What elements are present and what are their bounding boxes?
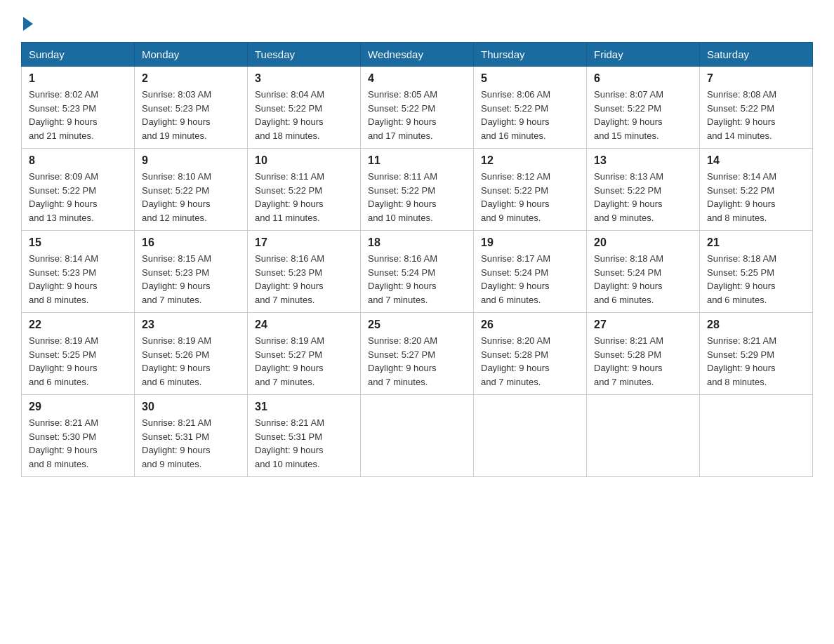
day-number: 6 [594,72,692,85]
calendar-cell: 26 Sunrise: 8:20 AM Sunset: 5:28 PM Dayl… [474,313,587,395]
calendar-cell: 15 Sunrise: 8:14 AM Sunset: 5:23 PM Dayl… [22,231,135,313]
day-number: 31 [255,401,353,413]
calendar-cell [361,395,474,477]
calendar-cell: 21 Sunrise: 8:18 AM Sunset: 5:25 PM Dayl… [700,231,813,313]
day-info: Sunrise: 8:05 AM Sunset: 5:22 PM Dayligh… [368,88,466,142]
calendar-cell [700,395,813,477]
day-number: 29 [29,401,127,413]
day-number: 22 [29,318,127,331]
day-info: Sunrise: 8:09 AM Sunset: 5:22 PM Dayligh… [29,170,127,224]
day-info: Sunrise: 8:12 AM Sunset: 5:22 PM Dayligh… [481,170,579,224]
day-number: 26 [481,318,579,331]
day-number: 28 [707,318,805,331]
calendar-cell: 3 Sunrise: 8:04 AM Sunset: 5:22 PM Dayli… [248,67,361,149]
day-number: 7 [707,72,805,85]
calendar-cell: 13 Sunrise: 8:13 AM Sunset: 5:22 PM Dayl… [587,149,700,231]
header-tuesday: Tuesday [248,43,361,67]
calendar-cell: 29 Sunrise: 8:21 AM Sunset: 5:30 PM Dayl… [22,395,135,477]
calendar-cell: 8 Sunrise: 8:09 AM Sunset: 5:22 PM Dayli… [22,149,135,231]
day-number: 12 [481,154,579,167]
day-info: Sunrise: 8:16 AM Sunset: 5:24 PM Dayligh… [368,252,466,307]
day-number: 30 [142,401,240,413]
day-number: 4 [368,72,466,85]
day-number: 27 [594,318,692,331]
week-row-1: 1 Sunrise: 8:02 AM Sunset: 5:23 PM Dayli… [22,67,813,149]
day-info: Sunrise: 8:11 AM Sunset: 5:22 PM Dayligh… [255,170,353,224]
day-number: 17 [255,236,353,249]
calendar-cell: 28 Sunrise: 8:21 AM Sunset: 5:29 PM Dayl… [700,313,813,395]
day-number: 2 [142,72,240,85]
day-number: 15 [29,236,127,249]
day-info: Sunrise: 8:21 AM Sunset: 5:28 PM Dayligh… [594,334,692,389]
header-sunday: Sunday [22,43,135,67]
day-number: 20 [594,236,692,249]
day-info: Sunrise: 8:17 AM Sunset: 5:24 PM Dayligh… [481,252,579,307]
day-number: 5 [481,72,579,85]
day-info: Sunrise: 8:11 AM Sunset: 5:22 PM Dayligh… [368,170,466,224]
week-row-4: 22 Sunrise: 8:19 AM Sunset: 5:25 PM Dayl… [22,313,813,395]
calendar-cell [587,395,700,477]
header-monday: Monday [135,43,248,67]
day-info: Sunrise: 8:14 AM Sunset: 5:22 PM Dayligh… [707,170,805,224]
calendar-cell: 2 Sunrise: 8:03 AM Sunset: 5:23 PM Dayli… [135,67,248,149]
day-number: 25 [368,318,466,331]
day-info: Sunrise: 8:08 AM Sunset: 5:22 PM Dayligh… [707,88,805,142]
day-info: Sunrise: 8:19 AM Sunset: 5:27 PM Dayligh… [255,334,353,389]
calendar-cell: 12 Sunrise: 8:12 AM Sunset: 5:22 PM Dayl… [474,149,587,231]
day-info: Sunrise: 8:03 AM Sunset: 5:23 PM Dayligh… [142,88,240,142]
day-info: Sunrise: 8:10 AM Sunset: 5:22 PM Dayligh… [142,170,240,224]
day-info: Sunrise: 8:20 AM Sunset: 5:28 PM Dayligh… [481,334,579,389]
calendar-cell: 10 Sunrise: 8:11 AM Sunset: 5:22 PM Dayl… [248,149,361,231]
day-info: Sunrise: 8:07 AM Sunset: 5:22 PM Dayligh… [594,88,692,142]
day-info: Sunrise: 8:16 AM Sunset: 5:23 PM Dayligh… [255,252,353,307]
day-number: 1 [29,72,127,85]
day-info: Sunrise: 8:20 AM Sunset: 5:27 PM Dayligh… [368,334,466,389]
logo [21,14,33,28]
calendar-cell: 1 Sunrise: 8:02 AM Sunset: 5:23 PM Dayli… [22,67,135,149]
calendar-header-row: SundayMondayTuesdayWednesdayThursdayFrid… [22,43,813,67]
calendar-cell: 18 Sunrise: 8:16 AM Sunset: 5:24 PM Dayl… [361,231,474,313]
calendar-cell: 23 Sunrise: 8:19 AM Sunset: 5:26 PM Dayl… [135,313,248,395]
calendar-cell: 11 Sunrise: 8:11 AM Sunset: 5:22 PM Dayl… [361,149,474,231]
day-info: Sunrise: 8:21 AM Sunset: 5:29 PM Dayligh… [707,334,805,389]
day-number: 8 [29,154,127,167]
calendar-cell: 20 Sunrise: 8:18 AM Sunset: 5:24 PM Dayl… [587,231,700,313]
week-row-3: 15 Sunrise: 8:14 AM Sunset: 5:23 PM Dayl… [22,231,813,313]
calendar-cell: 19 Sunrise: 8:17 AM Sunset: 5:24 PM Dayl… [474,231,587,313]
calendar-cell: 25 Sunrise: 8:20 AM Sunset: 5:27 PM Dayl… [361,313,474,395]
day-info: Sunrise: 8:04 AM Sunset: 5:22 PM Dayligh… [255,88,353,142]
day-number: 11 [368,154,466,167]
calendar-cell: 9 Sunrise: 8:10 AM Sunset: 5:22 PM Dayli… [135,149,248,231]
day-info: Sunrise: 8:18 AM Sunset: 5:25 PM Dayligh… [707,252,805,307]
day-info: Sunrise: 8:21 AM Sunset: 5:31 PM Dayligh… [142,416,240,471]
day-number: 10 [255,154,353,167]
header-wednesday: Wednesday [361,43,474,67]
day-number: 16 [142,236,240,249]
calendar-cell: 24 Sunrise: 8:19 AM Sunset: 5:27 PM Dayl… [248,313,361,395]
day-info: Sunrise: 8:02 AM Sunset: 5:23 PM Dayligh… [29,88,127,142]
day-number: 19 [481,236,579,249]
calendar-cell: 4 Sunrise: 8:05 AM Sunset: 5:22 PM Dayli… [361,67,474,149]
day-info: Sunrise: 8:21 AM Sunset: 5:30 PM Dayligh… [29,416,127,471]
day-number: 13 [594,154,692,167]
calendar-table: SundayMondayTuesdayWednesdayThursdayFrid… [21,42,813,477]
calendar-cell: 30 Sunrise: 8:21 AM Sunset: 5:31 PM Dayl… [135,395,248,477]
calendar-cell [474,395,587,477]
day-info: Sunrise: 8:21 AM Sunset: 5:31 PM Dayligh… [255,416,353,471]
calendar-cell: 27 Sunrise: 8:21 AM Sunset: 5:28 PM Dayl… [587,313,700,395]
day-number: 18 [368,236,466,249]
day-info: Sunrise: 8:06 AM Sunset: 5:22 PM Dayligh… [481,88,579,142]
day-info: Sunrise: 8:19 AM Sunset: 5:25 PM Dayligh… [29,334,127,389]
calendar-cell: 17 Sunrise: 8:16 AM Sunset: 5:23 PM Dayl… [248,231,361,313]
header-thursday: Thursday [474,43,587,67]
day-info: Sunrise: 8:19 AM Sunset: 5:26 PM Dayligh… [142,334,240,389]
day-info: Sunrise: 8:18 AM Sunset: 5:24 PM Dayligh… [594,252,692,307]
calendar-cell: 16 Sunrise: 8:15 AM Sunset: 5:23 PM Dayl… [135,231,248,313]
day-number: 21 [707,236,805,249]
day-info: Sunrise: 8:14 AM Sunset: 5:23 PM Dayligh… [29,252,127,307]
day-number: 9 [142,154,240,167]
calendar-cell: 6 Sunrise: 8:07 AM Sunset: 5:22 PM Dayli… [587,67,700,149]
day-number: 24 [255,318,353,331]
day-number: 14 [707,154,805,167]
week-row-5: 29 Sunrise: 8:21 AM Sunset: 5:30 PM Dayl… [22,395,813,477]
